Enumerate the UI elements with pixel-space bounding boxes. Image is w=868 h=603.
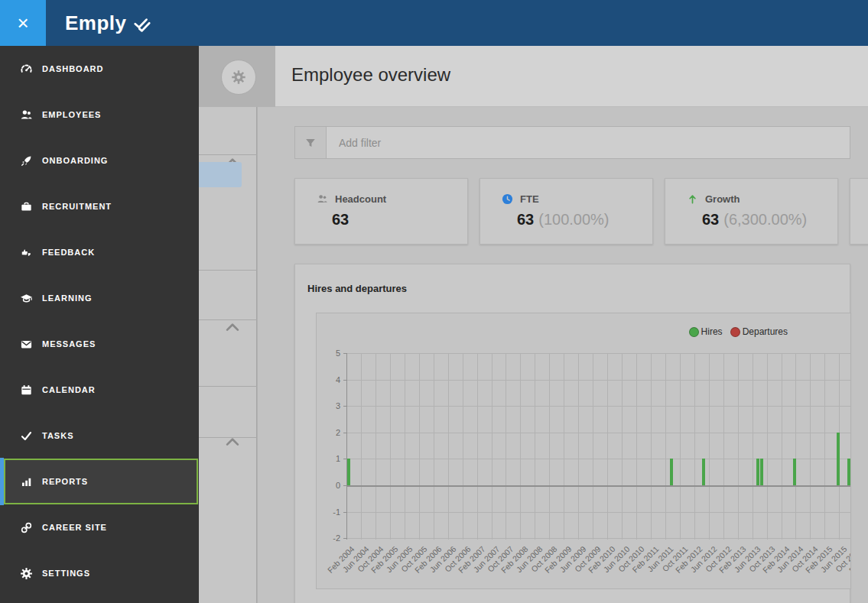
hires-departures-card: Hires and departures Feb 2004Jun 2004Oct… [294,264,850,603]
clock-icon [502,193,513,205]
brand: Emply [65,0,151,46]
reports-active-strip [0,458,4,505]
sidebar-item-settings[interactable]: SETTINGS [0,550,199,596]
y-gridline [346,512,851,513]
page-header: Employee overview [275,46,868,107]
navigation-sidebar: DASHBOARDEMPLOYEESONBOARDINGRECRUITMENTF… [0,46,199,603]
sidebar-item-onboarding[interactable]: ONBOARDING [0,138,199,183]
sidebar-item-calendar[interactable]: CALENDAR [0,367,199,413]
panel-divider [193,386,257,387]
sidebar-item-label: CAREER SITE [42,523,107,532]
sidebar-item-employees[interactable]: EMPLOYEES [0,92,199,138]
sidebar-item-label: LEARNING [42,293,92,303]
check-icon [19,429,33,443]
rocket-icon [19,154,33,167]
y-gridline [346,353,851,354]
panel-divider [193,437,257,438]
sidebar-item-label: TASKS [42,431,73,440]
bar-chart-icon [19,475,33,488]
gear-icon [231,70,246,85]
stat-card-fte: FTE63(100.00%) [480,178,653,245]
panel-divider [193,154,257,155]
chart-legend: HiresDepartures [689,326,788,337]
collapsed-side-panel [193,107,257,603]
card-value: 63 [702,211,719,228]
gauge-icon [19,62,33,76]
stat-card-headcount: Headcount63 [294,178,468,245]
chart-title: Hires and departures [307,283,407,294]
sidebar-item-reports[interactable]: REPORTS [4,459,198,504]
y-tick-label: 3 [317,400,340,411]
close-menu-button[interactable]: × [0,0,46,46]
y-tick-label: 1 [317,453,340,464]
legend-item-departures[interactable]: Departures [730,326,788,337]
sidebar-item-label: ONBOARDING [42,156,108,165]
card-value: 63 [332,211,349,228]
add-filter-input[interactable] [327,127,850,158]
emply-logo-icon [133,16,151,34]
funnel-icon [295,127,327,158]
legend-item-hires[interactable]: Hires [689,326,723,337]
y-gridline [346,406,851,407]
hires-bar-jul-2011 [670,459,673,485]
card-value: 63 [517,211,534,228]
hires-bar-aug-2013 [760,459,763,485]
sidebar-item-label: REPORTS [42,477,88,486]
panel-divider [193,270,257,271]
brand-name: Emply [65,11,127,35]
hires-bar-aug-2015 [847,459,850,485]
y-gridline [346,380,851,381]
sidebar-item-label: DASHBOARD [42,64,104,73]
people-icon [317,193,328,205]
y-tick-label: 0 [317,480,340,491]
content-area: Headcount63FTE63(100.00%)Growth63(6,300.… [258,107,868,603]
app-window: Employee overview Headcount63FTE63(100.0… [0,0,868,603]
chevron-up-icon[interactable] [223,433,242,451]
card-extra: (6,300.00%) [723,211,807,228]
y-gridline [346,433,851,433]
briefcase-icon [19,199,33,213]
hires-bar-may-2015 [837,433,840,485]
card-label: FTE [520,193,539,205]
sidebar-item-messages[interactable]: MESSAGES [0,321,199,367]
grad-cap-icon [19,291,33,305]
sidebar-item-label: RECRUITMENT [42,202,112,211]
sidebar-item-career-site[interactable]: CAREER SITE [0,504,199,550]
y-gridline [346,538,851,539]
y-tick-label: 4 [317,374,340,385]
sidebar-item-label: SETTINGS [42,569,90,578]
envelope-icon [19,337,33,351]
stat-card-partial [850,178,868,245]
sidebar-item-dashboard[interactable]: DASHBOARD [0,46,199,92]
sidebar-item-label: FEEDBACK [42,248,95,257]
sidebar-item-recruitment[interactable]: RECRUITMENT [0,183,199,229]
hires-bar-jul-2013 [756,459,759,485]
chevron-up-icon[interactable] [223,318,242,336]
page-settings-button[interactable] [221,60,256,95]
thumbs-icon [19,245,33,259]
filter-bar [294,126,850,159]
hires-bar-apr-2012 [702,459,705,485]
legend-dot-hires [689,327,699,337]
legend-label: Departures [743,326,788,337]
card-label: Growth [705,193,740,205]
stat-card-growth: Growth63(6,300.00%) [665,178,838,245]
calendar-icon [19,383,33,397]
card-extra: (100.00%) [538,211,609,228]
sidebar-item-feedback[interactable]: FEEDBACK [0,229,199,275]
y-tick-label: 2 [317,427,340,438]
y-tick-label: 5 [317,348,340,358]
main-content: Employee overview Headcount63FTE63(100.0… [275,46,868,603]
link-icon [19,520,33,534]
y-tick-label: -1 [317,507,340,517]
people-icon [19,108,33,122]
zero-line [346,485,851,487]
hires-departures-chart: Feb 2004Jun 2004Oct 2004Feb 2005Jun 2005… [316,313,851,589]
hires-bar-may-2014 [793,459,796,485]
sidebar-item-tasks[interactable]: TASKS [0,413,199,459]
page-title: Employee overview [291,64,450,86]
card-label: Headcount [335,193,386,205]
sidebar-item-learning[interactable]: LEARNING [0,275,199,321]
legend-dot-departures [730,327,740,337]
hires-bar-feb-2004 [347,459,350,485]
